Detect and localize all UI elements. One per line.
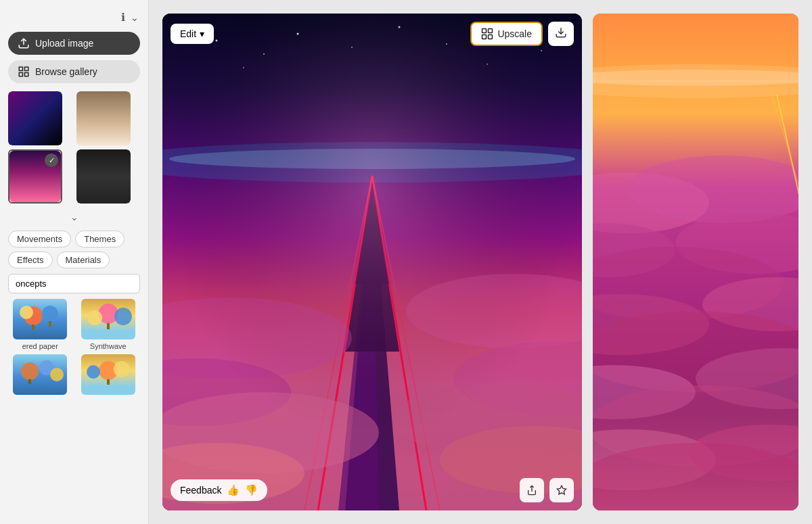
- svg-marker-58: [557, 485, 566, 494]
- svg-point-19: [87, 365, 100, 379]
- style-label: ered paper: [22, 342, 58, 350]
- svg-point-14: [21, 362, 39, 380]
- upload-image-button[interactable]: Upload image: [8, 32, 140, 55]
- share-button[interactable]: [520, 478, 544, 502]
- download-icon: [555, 26, 567, 39]
- style-item-3[interactable]: [8, 354, 72, 398]
- svg-rect-21: [107, 379, 110, 385]
- filter-tag-materials[interactable]: Materials: [57, 252, 110, 268]
- star-icon: [556, 485, 567, 496]
- primary-image: [162, 14, 582, 510]
- filter-tags-container: Movements Themes Effects Materials: [8, 231, 140, 268]
- gallery-icon: [18, 66, 30, 78]
- filter-tag-effects[interactable]: Effects: [8, 252, 53, 268]
- edit-label: Edit: [180, 28, 196, 39]
- filter-tag-movements[interactable]: Movements: [8, 231, 71, 247]
- svg-point-16: [50, 368, 64, 381]
- svg-rect-2: [25, 67, 28, 70]
- svg-point-11: [87, 310, 102, 325]
- upscale-button[interactable]: Upscale: [470, 22, 543, 46]
- upload-icon: [18, 37, 30, 49]
- info-icon[interactable]: ℹ: [121, 11, 125, 24]
- selected-check-badge: ✓: [45, 153, 58, 167]
- sidebar-header: ℹ ⌄: [8, 8, 140, 26]
- browse-gallery-button[interactable]: Browse gallery: [8, 60, 140, 83]
- header-chevron-icon[interactable]: ⌄: [131, 12, 139, 23]
- svg-rect-13: [107, 323, 110, 329]
- svg-rect-51: [162, 14, 582, 510]
- svg-rect-53: [489, 29, 493, 33]
- thumbnail-item[interactable]: [8, 91, 62, 145]
- svg-rect-52: [482, 29, 487, 33]
- thumbnail-grid: ✓: [8, 91, 140, 204]
- edit-chevron-icon: ▾: [200, 28, 204, 39]
- svg-point-76: [593, 443, 798, 510]
- svg-point-12: [114, 308, 132, 325]
- upscale-label: Upscale: [497, 28, 532, 39]
- feedback-button[interactable]: Feedback 👍 👎: [171, 479, 267, 501]
- divider-section: ⌄: [8, 209, 140, 225]
- primary-image-panel: Edit ▾ Upscale: [162, 14, 582, 510]
- svg-rect-1: [19, 67, 22, 70]
- toolbar-right: Upscale: [470, 22, 574, 46]
- style-item-4[interactable]: [76, 354, 141, 398]
- bottom-right-actions: [520, 478, 574, 502]
- svg-point-61: [593, 70, 798, 86]
- svg-point-20: [114, 361, 130, 377]
- main-content: Edit ▾ Upscale: [149, 0, 812, 524]
- star-button[interactable]: [549, 478, 574, 502]
- svg-rect-3: [25, 73, 28, 76]
- svg-rect-17: [28, 379, 31, 384]
- secondary-image: [593, 14, 798, 510]
- thumbnail-item[interactable]: [76, 149, 131, 204]
- svg-point-6: [42, 306, 58, 322]
- secondary-image-panel: [593, 14, 798, 510]
- primary-toolbar: Edit ▾ Upscale: [171, 22, 574, 46]
- thumbnail-item-selected[interactable]: ✓: [8, 149, 62, 204]
- sidebar: ℹ ⌄ Upload image Browse gallery ✓: [0, 0, 149, 524]
- style-item-layered-paper[interactable]: ered paper: [8, 299, 72, 350]
- download-button[interactable]: [548, 22, 574, 46]
- thumbnail-item[interactable]: [76, 91, 131, 145]
- upscale-icon: [481, 28, 493, 40]
- svg-rect-8: [32, 325, 35, 330]
- share-icon: [526, 485, 537, 496]
- style-grid: ered paper Synthwave: [8, 299, 140, 398]
- search-input[interactable]: [8, 274, 140, 293]
- upload-label: Upload image: [35, 38, 93, 49]
- svg-rect-54: [482, 35, 487, 39]
- svg-rect-55: [489, 35, 493, 39]
- svg-rect-9: [49, 321, 51, 327]
- gallery-label: Browse gallery: [35, 66, 97, 77]
- filter-tag-themes[interactable]: Themes: [75, 231, 125, 247]
- thumbdown-icon[interactable]: 👎: [245, 484, 258, 496]
- collapse-chevron-icon[interactable]: ⌄: [70, 212, 78, 222]
- feedback-label: Feedback: [180, 485, 221, 496]
- thumbup-icon[interactable]: 👍: [227, 484, 240, 496]
- style-item-synthwave[interactable]: Synthwave: [76, 299, 141, 350]
- primary-bottom-toolbar: Feedback 👍 👎: [171, 478, 574, 502]
- style-label-synthwave: Synthwave: [90, 342, 127, 350]
- svg-point-7: [20, 306, 33, 319]
- edit-button[interactable]: Edit ▾: [171, 24, 214, 44]
- svg-rect-4: [19, 73, 22, 76]
